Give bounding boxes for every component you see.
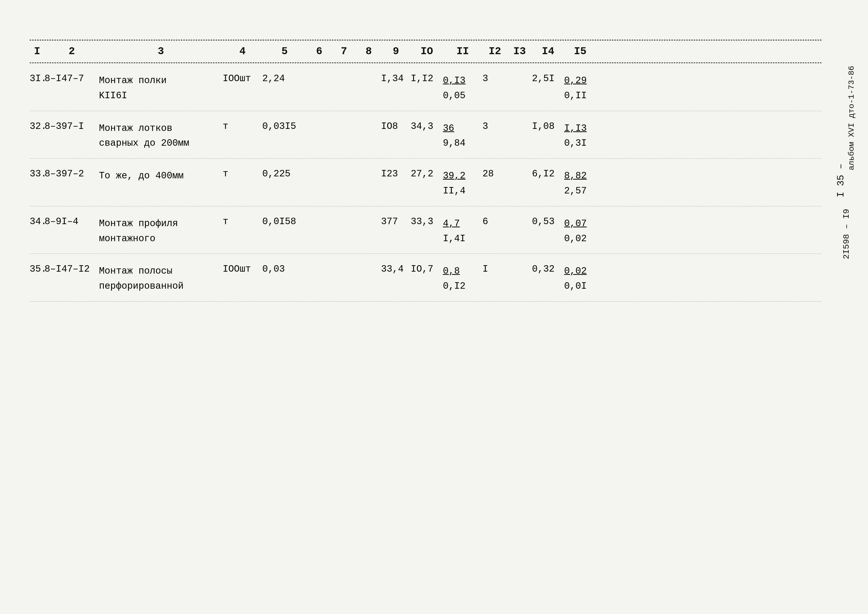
row-35-col5: 0,03: [262, 264, 307, 274]
row-33-col4: т: [223, 169, 262, 179]
col-header-14: I4: [532, 45, 564, 57]
col-header-7: 7: [332, 45, 356, 57]
header-row: I 2 3 4 5 6 7 8 9 IO II I2 I3 I4 I5: [30, 40, 822, 63]
row-35-col15: 0,02 0,0I: [564, 264, 596, 294]
row-34-code: 8–9I–4: [45, 216, 99, 227]
row-32-col14: I,08: [532, 121, 564, 132]
col-header-5: 5: [262, 45, 307, 57]
row-32-desc-line1: Монтаж лотков: [99, 121, 223, 136]
row-34-col15-line1: 0,07: [564, 216, 596, 231]
row-33-col10: 27,2: [411, 169, 443, 179]
row-33-code: 8–397–2: [45, 169, 99, 179]
row-31-col5: 2,24: [262, 73, 307, 84]
col-header-13: I3: [507, 45, 532, 57]
row-33-col11: 39,2 II,4: [443, 169, 482, 198]
row-33-col5: 0,225: [262, 169, 307, 179]
row-34-col15: 0,07 0,02: [564, 216, 596, 247]
row-31-col10: I,I2: [411, 73, 443, 84]
row-31-desc-line1: Монтаж полки: [99, 73, 223, 88]
col-header-8: 8: [356, 45, 381, 57]
col-header-6: 6: [307, 45, 332, 57]
row-31-col11-line2: 0,05: [443, 88, 482, 104]
row-32-col5: 0,03I5: [262, 121, 307, 132]
row-32-col12: 3: [482, 121, 507, 132]
row-34-desc-line2: монтажного: [99, 231, 223, 247]
row-35-col11: 0,8 0,I2: [443, 264, 482, 294]
row-34-col14: 0,53: [532, 216, 564, 227]
col-header-3: 3: [99, 45, 223, 57]
row-31-col15: 0,29 0,II: [564, 73, 596, 104]
row-31-col14: 2,5I: [532, 73, 564, 84]
row-35-col9: 33,4: [381, 264, 411, 274]
col-header-10: IO: [411, 45, 443, 57]
row-31-col12: 3: [482, 73, 507, 84]
row-34-col9: 377: [381, 216, 411, 227]
row-31-col15-line2: 0,II: [564, 88, 596, 104]
row-33-col9: I23: [381, 169, 411, 179]
row-35-col15-line2: 0,0I: [564, 279, 596, 294]
row-31-col9: I,34: [381, 73, 411, 84]
row-34-num: 34.: [30, 216, 45, 227]
col-header-15: I5: [564, 45, 596, 57]
row-35-desc-line2: перфорированной: [99, 279, 223, 294]
row-31-side-label: альбом XVI дто-1-73-86: [847, 66, 856, 170]
row-34-col11: 4,7 I,4I: [443, 216, 482, 247]
row-34-col15-line2: 0,02: [564, 231, 596, 247]
row-34-col4: т: [223, 216, 262, 227]
col-header-1: I: [30, 45, 45, 57]
row-35-code: 8–I47–I2: [45, 264, 99, 274]
col-header-4: 4: [223, 45, 262, 57]
row-35-desc: Монтаж полосы перфорированной: [99, 264, 223, 294]
row-35-col4: IOOшт: [223, 264, 262, 274]
row-33: 33. 8–397–2 То же, до 400мм т 0,225 I23 …: [30, 158, 822, 206]
row-34-col11-line1: 4,7: [443, 216, 482, 231]
row-34-col12: 6: [482, 216, 507, 227]
col-header-9: 9: [381, 45, 411, 57]
row-35-col10: IO,7: [411, 264, 443, 274]
row-33-desc-line1: То же, до 400мм: [99, 169, 223, 183]
row-32-desc-line2: сварных до 200мм: [99, 136, 223, 151]
row-32-col11-line2: 9,84: [443, 136, 482, 151]
row-35-desc-line1: Монтаж полосы: [99, 264, 223, 279]
row-33-col15-line1: 8,82: [564, 169, 596, 183]
row-35-num: 35.: [30, 264, 45, 274]
row-35-col15-line1: 0,02: [564, 264, 596, 279]
row-32-desc: Монтаж лотков сварных до 200мм: [99, 121, 223, 151]
row-32-col4: т: [223, 121, 262, 132]
row-33-side-label: I 35 –: [835, 163, 846, 197]
row-31-col15-line1: 0,29: [564, 73, 596, 88]
row-34-col11-line2: I,4I: [443, 231, 482, 247]
row-34-side-label: 2I598 – I9: [842, 209, 851, 259]
row-31-desc: Монтаж полки KII6I: [99, 73, 223, 104]
row-33-col15: 8,82 2,57: [564, 169, 596, 198]
row-34-desc-line1: Монтаж профиля: [99, 216, 223, 231]
row-33-col15-line2: 2,57: [564, 183, 596, 198]
row-35-col11-line1: 0,8: [443, 264, 482, 279]
row-31-col4: IOOшт: [223, 73, 262, 84]
page: I 2 3 4 5 6 7 8 9 IO II I2 I3 I4 I5 3I.: [0, 0, 868, 614]
row-32-col11-line1: 36: [443, 121, 482, 136]
row-34-desc: Монтаж профиля монтажного: [99, 216, 223, 247]
row-33-col14: 6,I2: [532, 169, 564, 179]
row-32: 32. 8–397–I Монтаж лотков сварных до 200…: [30, 111, 822, 158]
row-32-col15-line1: I,I3: [564, 121, 596, 136]
row-32-col15: I,I3 0,3I: [564, 121, 596, 151]
row-34-col10: 33,3: [411, 216, 443, 227]
row-31-desc-line2: KII6I: [99, 88, 223, 104]
row-32-code: 8–397–I: [45, 121, 99, 132]
row-31-col11-line1: 0,I3: [443, 73, 482, 88]
row-33-col11-line1: 39,2: [443, 169, 482, 183]
row-32-num: 32.: [30, 121, 45, 132]
col-header-2: 2: [45, 45, 99, 57]
row-35-col14: 0,32: [532, 264, 564, 274]
row-32-col15-line2: 0,3I: [564, 136, 596, 151]
row-31-col11: 0,I3 0,05: [443, 73, 482, 104]
col-header-12: I2: [482, 45, 507, 57]
row-35: 35. 8–I47–I2 Монтаж полосы перфорированн…: [30, 254, 822, 301]
col-header-11: II: [443, 45, 482, 57]
main-table: I 2 3 4 5 6 7 8 9 IO II I2 I3 I4 I5 3I.: [30, 40, 822, 302]
row-33-col11-line2: II,4: [443, 183, 482, 198]
row-32-col10: 34,3: [411, 121, 443, 132]
row-35-col11-line2: 0,I2: [443, 279, 482, 294]
row-34-col5: 0,0I58: [262, 216, 307, 227]
